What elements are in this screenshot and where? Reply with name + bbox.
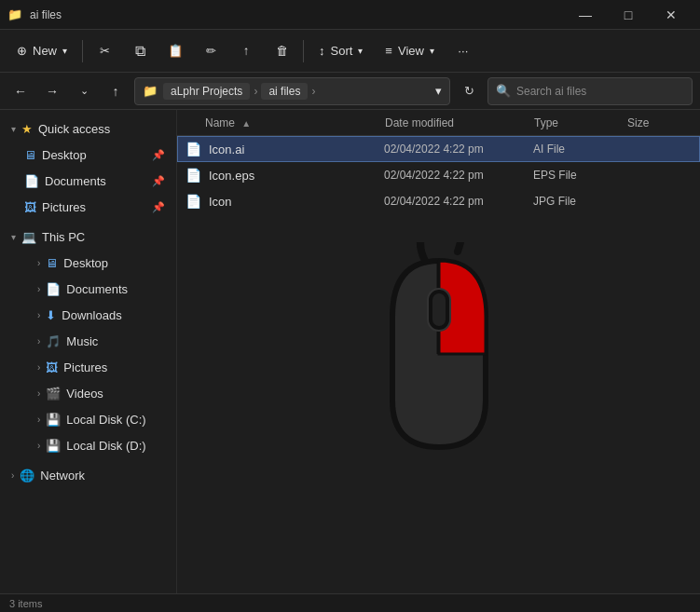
refresh-button[interactable]: ↻ <box>456 78 482 104</box>
minimize-button[interactable]: — <box>564 0 607 30</box>
column-date-modified[interactable]: Date modified <box>385 116 534 129</box>
svg-rect-2 <box>432 293 446 326</box>
this-pc-label: This PC <box>42 230 85 244</box>
sidebar-section-this-pc: ▾ 💻 This PC › 🖥 Desktop › 📄 Documents › … <box>0 224 176 458</box>
view-label: View <box>398 44 424 58</box>
up-button[interactable]: ↑ <box>103 78 129 104</box>
sidebar-item-downloads[interactable]: › ⬇ Downloads <box>4 302 172 328</box>
address-dropdown-icon[interactable]: ▾ <box>435 84 442 98</box>
new-button[interactable]: ⊕ New ▾ <box>7 35 76 67</box>
pictures-expand-icon: › <box>37 362 40 373</box>
documents-label-pc: Documents <box>66 282 128 296</box>
new-icon: ⊕ <box>17 44 27 58</box>
file-name-jpg: Icon <box>209 195 384 209</box>
sidebar-network-header[interactable]: › 🌐 Network <box>4 462 172 488</box>
documents-icon-pc: 📄 <box>46 282 61 296</box>
crumb-arrow-1: › <box>254 85 257 98</box>
desktop-icon-pc: 🖥 <box>46 256 58 270</box>
music-expand-icon: › <box>37 336 40 347</box>
file-list-header: Name ▲ Date modified Type Size <box>177 110 700 136</box>
this-pc-expand-icon: ▾ <box>11 232 16 242</box>
sort-label: Sort <box>331 44 353 58</box>
share-button[interactable]: ↑ <box>230 35 262 67</box>
sidebar-item-documents-quick[interactable]: 📄 Documents 📌 <box>4 168 172 194</box>
sidebar-this-pc-header[interactable]: ▾ 💻 This PC <box>4 224 172 250</box>
more-button[interactable]: ··· <box>447 35 479 67</box>
more-icon: ··· <box>458 44 468 58</box>
sidebar-item-documents-pc[interactable]: › 📄 Documents <box>4 276 172 302</box>
sidebar-item-pictures-quick[interactable]: 🖼 Pictures 📌 <box>4 194 172 220</box>
sidebar-item-local-disk-c[interactable]: › 💾 Local Disk (C:) <box>4 406 172 432</box>
breadcrumb: aLphr Projects › ai files › <box>163 83 315 100</box>
column-size[interactable]: Size <box>627 116 693 129</box>
crumb-arrow-2: › <box>311 85 315 98</box>
address-bar[interactable]: 📁 aLphr Projects › ai files › ▾ <box>134 77 450 105</box>
rename-button[interactable]: ✏ <box>195 35 226 67</box>
sidebar-item-desktop-pc[interactable]: › 🖥 Desktop <box>4 250 172 276</box>
documents-icon-quick: 📄 <box>24 174 39 188</box>
copy-button[interactable]: ⧉ <box>124 35 156 67</box>
close-button[interactable]: ✕ <box>650 0 693 30</box>
new-chevron-icon: ▾ <box>62 46 67 56</box>
pictures-icon-pc: 🖼 <box>46 360 58 374</box>
pictures-label-quick: Pictures <box>42 200 86 214</box>
sidebar-section-quick-access: ▾ ★ Quick access 🖥 Desktop 📌 📄 Documents… <box>0 116 176 220</box>
back-button[interactable]: ← <box>7 78 34 104</box>
column-name[interactable]: Name ▲ <box>185 116 385 129</box>
file-date-ai: 02/04/2022 4:22 pm <box>384 143 533 156</box>
column-type[interactable]: Type <box>534 116 627 129</box>
sidebar-section-network: › 🌐 Network <box>0 462 176 488</box>
sort-arrow-icon: ▲ <box>241 118 251 129</box>
music-icon: 🎵 <box>46 334 61 348</box>
new-label: New <box>33 44 57 58</box>
sidebar-item-videos[interactable]: › 🎬 Videos <box>4 380 172 406</box>
address-bar-row: ← → ⌄ ↑ 📁 aLphr Projects › ai files › ▾ … <box>0 73 700 110</box>
pictures-icon-quick: 🖼 <box>24 200 36 214</box>
search-bar[interactable]: 🔍 Search ai files <box>487 77 693 105</box>
delete-button[interactable]: 🗑 <box>266 35 297 67</box>
main-layout: ▾ ★ Quick access 🖥 Desktop 📌 📄 Documents… <box>0 110 700 593</box>
quick-access-star-icon: ★ <box>21 122 33 136</box>
file-name-ai: Icon.ai <box>209 143 384 156</box>
sidebar: ▾ ★ Quick access 🖥 Desktop 📌 📄 Documents… <box>0 110 177 593</box>
network-label: Network <box>40 469 85 483</box>
file-row-icon-ai[interactable]: 📄 Icon.ai 02/04/2022 4:22 pm AI File <box>177 136 700 162</box>
copy-icon: ⧉ <box>135 43 145 60</box>
forward-button[interactable]: → <box>39 78 65 104</box>
documents-label-quick: Documents <box>45 174 106 188</box>
sidebar-item-desktop-quick[interactable]: 🖥 Desktop 📌 <box>4 142 172 168</box>
file-icon-ai: 📄 <box>185 142 201 156</box>
sidebar-item-music[interactable]: › 🎵 Music <box>4 328 172 354</box>
paste-button[interactable]: 📋 <box>159 35 191 67</box>
cut-button[interactable]: ✂ <box>89 35 120 67</box>
status-bar: 3 items <box>0 593 700 612</box>
crumb-alphr-projects[interactable]: aLphr Projects <box>163 83 250 100</box>
sidebar-item-local-disk-d[interactable]: › 💾 Local Disk (D:) <box>4 432 172 458</box>
quick-access-expand-icon: ▾ <box>11 124 16 134</box>
file-row-icon-jpg[interactable]: 📄 Icon 02/04/2022 4:22 pm JPG File <box>177 188 700 214</box>
crumb-ai-files[interactable]: ai files <box>261 83 308 100</box>
disk-d-expand-icon: › <box>37 441 40 451</box>
sidebar-item-pictures-pc[interactable]: › 🖼 Pictures <box>4 354 172 380</box>
sort-icon: ↕ <box>319 44 325 58</box>
sort-button[interactable]: ↕ Sort ▾ <box>309 35 372 67</box>
disk-c-label: Local Disk (C:) <box>66 413 145 427</box>
recent-locations-button[interactable]: ⌄ <box>71 78 97 104</box>
videos-expand-icon: › <box>37 388 40 399</box>
sidebar-quick-access-header[interactable]: ▾ ★ Quick access <box>4 116 172 142</box>
view-button[interactable]: ≡ View ▾ <box>376 35 444 67</box>
toolbar: ⊕ New ▾ ✂ ⧉ 📋 ✏ ↑ 🗑 ↕ Sort ▾ ≡ View ▾ ··… <box>0 30 700 73</box>
file-icon-jpg: 📄 <box>185 194 201 209</box>
documents-expand-icon: › <box>37 284 40 294</box>
status-text: 3 items <box>9 598 42 609</box>
disk-d-icon: 💾 <box>46 439 61 453</box>
disk-c-icon: 💾 <box>46 413 61 427</box>
file-row-icon-eps[interactable]: 📄 Icon.eps 02/04/2022 4:22 pm EPS File <box>177 162 700 188</box>
downloads-expand-icon: › <box>37 310 40 320</box>
delete-icon: 🗑 <box>276 44 288 58</box>
pin-icon-desktop: 📌 <box>152 149 165 161</box>
mouse-illustration <box>177 214 700 494</box>
maximize-button[interactable]: □ <box>607 0 650 30</box>
desktop-expand-icon: › <box>37 258 40 268</box>
music-label: Music <box>66 334 98 348</box>
